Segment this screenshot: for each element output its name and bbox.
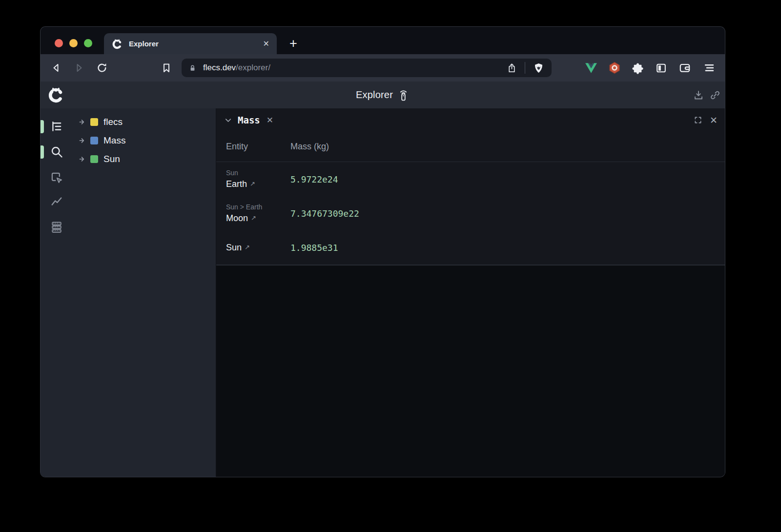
entity-color-square: [90, 118, 98, 126]
active-panel-indicator: [41, 120, 44, 133]
query-tab-label[interactable]: Mass: [238, 115, 260, 125]
bookmark-icon[interactable]: [160, 61, 173, 74]
fullscreen-icon[interactable]: [694, 116, 702, 124]
expand-arrow-icon[interactable]: [78, 118, 87, 126]
external-link-icon[interactable]: ↗: [250, 178, 255, 190]
brave-shield-icon[interactable]: [533, 62, 545, 74]
entity-parent-path: Sun: [226, 168, 290, 178]
query-panel-header: Mass ✕ ✕: [216, 108, 725, 132]
minimize-window-button[interactable]: [69, 39, 78, 47]
divider: [525, 62, 525, 74]
query-result-table: Entity Mass (kg) Sun Earth ↗ 5.9722e24: [216, 132, 725, 265]
memory-stack-icon[interactable]: [50, 220, 63, 234]
url-host: flecs.dev: [203, 63, 236, 73]
entity-link[interactable]: Earth: [226, 178, 247, 190]
sidebar-toggle-icon[interactable]: [655, 61, 667, 74]
entity-link[interactable]: Sun: [226, 241, 242, 254]
tree-item-label: Mass: [103, 135, 125, 146]
table-header: Entity Mass (kg): [216, 132, 725, 162]
mass-value: 5.9722e24: [290, 174, 725, 184]
explorer-header: Explorer: [41, 82, 725, 108]
new-tab-button[interactable]: +: [285, 35, 302, 52]
page-title: Explorer: [356, 89, 393, 101]
wallet-icon[interactable]: [678, 61, 691, 74]
vue-devtools-extension-icon[interactable]: [585, 61, 597, 74]
tab-title: Explorer: [129, 40, 159, 48]
remote-connection-icon[interactable]: [397, 88, 410, 102]
flecs-favicon-icon: [111, 38, 123, 50]
entity-color-square: [90, 137, 98, 144]
active-panel-indicator: [41, 145, 44, 159]
table-row: Sun ↗ 1.9885e31: [216, 230, 725, 265]
table-row: Sun Earth ↗ 5.9722e24: [216, 162, 725, 196]
entity-parent-path: Sun > Earth: [226, 202, 290, 212]
chevron-down-icon[interactable]: [224, 116, 233, 125]
inspect-panel-icon[interactable]: [50, 171, 63, 184]
traffic-lights: [55, 39, 92, 47]
link-icon[interactable]: [709, 89, 721, 101]
stats-chart-icon[interactable]: [50, 194, 63, 208]
tab-strip: Explorer ✕ +: [41, 27, 725, 54]
back-icon[interactable]: [50, 61, 62, 74]
hexagon-extension-icon[interactable]: [608, 61, 621, 74]
share-icon[interactable]: [506, 62, 517, 74]
browser-window: Explorer ✕ + fle: [41, 27, 725, 477]
table-row: Sun > Earth Moon ↗ 7.34767309e22: [216, 196, 725, 230]
zoom-window-button[interactable]: [84, 39, 92, 47]
lock-icon: [188, 64, 197, 72]
menu-hamburger-icon[interactable]: [703, 61, 716, 74]
icon-sidebar: [41, 108, 72, 477]
tab-close-icon[interactable]: ✕: [263, 39, 269, 48]
tree-panel-icon[interactable]: [50, 120, 63, 133]
expand-arrow-icon[interactable]: [78, 136, 87, 145]
browser-tab[interactable]: Explorer ✕: [104, 33, 277, 54]
forward-icon[interactable]: [73, 61, 85, 74]
close-window-button[interactable]: [55, 39, 63, 47]
query-panel: Mass ✕ ✕ Entity Mass (kg) Sun: [216, 108, 725, 477]
expand-arrow-icon[interactable]: [78, 155, 87, 164]
external-link-icon[interactable]: ↗: [245, 241, 250, 254]
column-header-mass: Mass (kg): [290, 142, 725, 152]
tree-item-flecs[interactable]: flecs: [72, 113, 216, 131]
search-icon[interactable]: [50, 145, 63, 159]
reload-icon[interactable]: [96, 61, 108, 74]
tree-item-mass[interactable]: Mass: [72, 131, 216, 150]
entity-color-square: [90, 155, 98, 163]
app-content: flecs Mass Sun: [41, 108, 725, 477]
address-bar[interactable]: flecs.dev/explorer/: [182, 59, 552, 77]
url-path: /explorer/: [236, 63, 270, 73]
tree-item-label: flecs: [103, 117, 123, 127]
empty-panel-area: [216, 265, 725, 477]
query-close-icon[interactable]: ✕: [267, 115, 273, 125]
external-link-icon[interactable]: ↗: [251, 212, 256, 225]
tree-item-label: Sun: [103, 154, 120, 164]
tree-item-sun[interactable]: Sun: [72, 150, 216, 168]
mass-value: 7.34767309e22: [290, 208, 725, 219]
download-icon[interactable]: [693, 89, 704, 101]
panel-close-icon[interactable]: ✕: [710, 115, 718, 126]
mass-value: 1.9885e31: [290, 243, 725, 253]
browser-toolbar: flecs.dev/explorer/: [41, 54, 725, 82]
entity-tree: flecs Mass Sun: [72, 108, 216, 477]
flecs-logo-icon[interactable]: [47, 86, 65, 104]
extensions-puzzle-icon[interactable]: [631, 61, 644, 74]
column-header-entity: Entity: [226, 142, 290, 152]
entity-link[interactable]: Moon: [226, 212, 248, 225]
